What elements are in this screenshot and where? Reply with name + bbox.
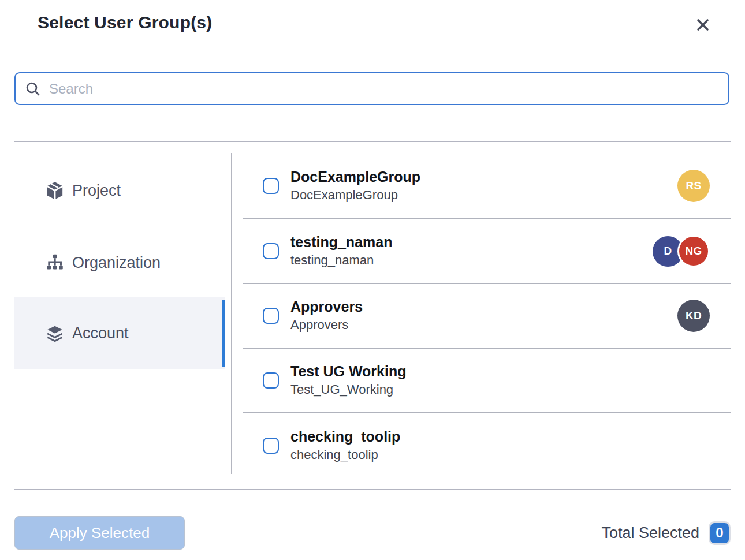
header-divider: [14, 141, 731, 142]
group-name: Test UG Working: [290, 363, 406, 380]
group-checkbox[interactable]: [263, 308, 279, 324]
search-box: [14, 72, 729, 105]
group-avatars: KD: [677, 300, 710, 332]
group-description: Approvers: [290, 317, 363, 334]
tab-organization[interactable]: Organization: [14, 244, 225, 282]
avatar: NG: [677, 235, 710, 267]
group-name: DocExampleGroup: [290, 168, 420, 186]
search-input[interactable]: [49, 74, 720, 103]
tab-account[interactable]: Account: [14, 297, 225, 369]
user-group-list: DocExampleGroup DocExampleGroup RS testi…: [243, 153, 731, 478]
tab-project-label: Project: [72, 182, 121, 200]
group-row-testing-naman: testing_naman testing_naman D NG: [243, 219, 731, 284]
total-selected-label: Total Selected: [601, 524, 699, 542]
group-name: testing_naman: [290, 233, 392, 251]
layers-icon: [45, 324, 65, 344]
tab-account-label: Account: [72, 324, 129, 342]
close-icon: [694, 16, 712, 34]
group-name: Approvers: [290, 298, 363, 316]
group-checkbox[interactable]: [263, 243, 279, 259]
search-icon: [25, 81, 41, 97]
select-user-groups-dialog: Select User Group(s) Project: [0, 0, 745, 560]
avatar: KD: [677, 300, 710, 332]
group-name: checking_toolip: [290, 428, 400, 446]
apply-selected-button[interactable]: Apply Selected: [14, 516, 185, 550]
group-row-docexamplegroup: DocExampleGroup DocExampleGroup RS: [243, 153, 731, 219]
tab-project[interactable]: Project: [14, 171, 225, 210]
avatar: RS: [677, 170, 710, 202]
dialog-title: Select User Group(s): [38, 13, 212, 32]
total-selected: Total Selected 0: [601, 518, 731, 547]
close-button[interactable]: [690, 12, 716, 38]
group-description: DocExampleGroup: [290, 187, 420, 204]
group-description: testing_naman: [290, 252, 392, 269]
group-description: checking_toolip: [290, 447, 400, 464]
group-checkbox[interactable]: [263, 372, 279, 389]
cube-icon: [45, 181, 65, 200]
footer-divider: [14, 489, 731, 490]
group-avatars: D NG: [653, 235, 710, 267]
group-row-checking-toolip: checking_toolip checking_toolip: [243, 413, 731, 478]
org-chart-icon: [45, 253, 65, 272]
group-checkbox[interactable]: [263, 178, 279, 194]
sidebar-divider: [231, 153, 232, 474]
total-selected-count-badge: 0: [709, 521, 731, 545]
group-row-approvers: Approvers Approvers KD: [243, 284, 731, 349]
group-avatars: RS: [677, 170, 710, 202]
group-description: Test_UG_Working: [290, 382, 406, 398]
group-row-test-ug-working: Test UG Working Test_UG_Working: [243, 349, 731, 413]
tab-organization-label: Organization: [72, 254, 161, 272]
group-checkbox[interactable]: [263, 438, 279, 454]
